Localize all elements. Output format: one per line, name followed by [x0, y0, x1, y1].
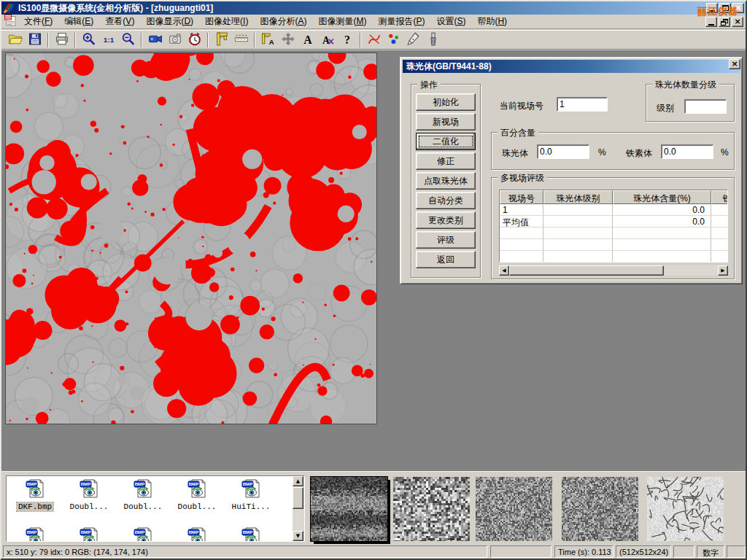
menu-item-view[interactable]: 查看(V): [99, 15, 140, 28]
camera-capture-icon: [167, 31, 183, 49]
new-field-button[interactable]: 新视场: [416, 113, 476, 131]
zoom-out-button[interactable]: [118, 31, 138, 49]
preview-thumbnail-5[interactable]: [647, 477, 724, 541]
v-scroll-thumb[interactable]: [293, 487, 303, 509]
auto-classify-button[interactable]: 自动分类: [416, 192, 476, 209]
document-icon[interactable]: DOC: [4, 15, 17, 28]
file-item[interactable]: BMPDoubl...: [170, 478, 224, 526]
table-h-scrollbar[interactable]: ◀ ▶: [499, 265, 728, 276]
svg-text:A: A: [268, 37, 274, 45]
change-class-button[interactable]: 更改类别: [416, 211, 476, 229]
menu-item-measure-report[interactable]: 测量报告(P): [372, 15, 430, 28]
text-label-button[interactable]: A: [298, 31, 317, 49]
dialog-close-button[interactable]: ×: [729, 59, 740, 69]
scroll-right-button[interactable]: ▶: [718, 265, 728, 276]
table-header-cell: 珠光体级别: [543, 190, 613, 204]
menu-item-image-display[interactable]: 图像显示(D): [140, 15, 199, 28]
return-button[interactable]: 返回: [416, 251, 476, 268]
grade-level-label: 级别: [657, 102, 674, 114]
svg-text:A: A: [322, 34, 329, 45]
video-camera-icon: [147, 31, 163, 49]
file-item[interactable]: BMPHuiTi...: [224, 478, 278, 526]
menu-item-image-analysis[interactable]: 图像分析(A): [254, 15, 312, 28]
brush-tool-button[interactable]: [423, 31, 443, 49]
caliper-button[interactable]: [212, 31, 231, 49]
dialog-title-bar[interactable]: 珠光体(GB/T9441-88): [403, 60, 740, 73]
table-row: [500, 228, 727, 239]
toolbar-separator: [254, 33, 255, 47]
file-item[interactable]: BMP: [62, 526, 116, 542]
actual-size-button[interactable]: 1:1: [98, 31, 118, 49]
font-style-button[interactable]: A: [317, 31, 337, 49]
menu-item-file[interactable]: 文件(F): [18, 15, 58, 28]
menu-item-help[interactable]: 帮助(H): [471, 15, 513, 28]
ferrite-pct-input[interactable]: [661, 144, 713, 159]
scroll-up-button[interactable]: ▲: [293, 476, 303, 486]
preview-thumbnail-2[interactable]: [393, 477, 470, 541]
text-label-icon: A: [300, 31, 316, 49]
save-button[interactable]: [25, 31, 44, 49]
dialog-close-icon: ×: [731, 61, 738, 68]
measure-caliper-button[interactable]: A: [258, 31, 278, 49]
menu-item-edit[interactable]: 编辑(E): [58, 15, 99, 28]
bmp-file-icon: BMP: [132, 478, 154, 502]
move-cross-icon: [280, 31, 296, 49]
metallograph-image[interactable]: [5, 52, 377, 424]
bmp-file-icon: BMP: [132, 526, 154, 542]
empty-panel-3: [727, 545, 746, 558]
zoom-in-button[interactable]: [79, 31, 98, 49]
grading-group-label: 珠光体数量分级: [652, 79, 719, 91]
grading-table[interactable]: 视场号珠光体级别珠光体含量(%)铁素体含量(%)10.0平均值0.0: [499, 190, 728, 262]
move-cross-button[interactable]: [278, 31, 298, 49]
scroll-down-button[interactable]: ▼: [293, 531, 303, 541]
preview-thumbnail-4[interactable]: [562, 477, 638, 541]
file-item[interactable]: BMP: [224, 526, 278, 542]
file-item[interactable]: BMP: [8, 526, 62, 542]
child-restore-button[interactable]: [719, 17, 730, 27]
scroll-left-button[interactable]: ◀: [499, 265, 509, 276]
timer-clock-button[interactable]: [185, 31, 204, 49]
curve-tool-button[interactable]: [364, 31, 384, 49]
menu-item-image-process[interactable]: 图像处理(I): [199, 15, 254, 28]
grade-button[interactable]: 评级: [416, 231, 476, 249]
phase-dots-button[interactable]: [384, 31, 403, 49]
file-name: HuiTi...: [231, 502, 272, 511]
file-item[interactable]: BMPDoubl...: [62, 478, 116, 526]
table-cell: 0.0: [613, 216, 711, 228]
file-item[interactable]: BMP: [116, 526, 170, 542]
preview-thumbnail-3[interactable]: [476, 477, 552, 541]
child-close-button[interactable]: ×: [732, 17, 743, 27]
file-item[interactable]: BMPDKF.bmp: [8, 478, 62, 526]
open-file-button[interactable]: [5, 31, 25, 49]
pearlite-pct-input[interactable]: [537, 144, 589, 159]
file-list-scrollbar[interactable]: ▲ ▼: [293, 476, 304, 541]
grade-level-input[interactable]: [684, 99, 727, 114]
camera-capture-button[interactable]: [165, 31, 185, 49]
file-item[interactable]: BMP: [170, 526, 224, 542]
preview-thumbnail-1[interactable]: [311, 477, 387, 541]
file-name: Doubl...: [177, 502, 218, 511]
current-field-input[interactable]: [557, 97, 608, 112]
pick-pearlite-button[interactable]: 点取珠光体: [416, 172, 476, 190]
menu-item-image-measure[interactable]: 图像测量(M): [312, 15, 372, 28]
print-button[interactable]: [52, 31, 71, 49]
app-icon: [4, 1, 15, 15]
child-close-icon: ×: [734, 18, 740, 26]
preview-thumbnail-image: [562, 477, 638, 541]
file-item[interactable]: BMPDoubl...: [116, 478, 170, 526]
window-title: IS100显微摄像系统(金相分析版) - [zhuguangti01]: [18, 2, 213, 15]
video-camera-button[interactable]: [145, 31, 165, 49]
child-minimize-button[interactable]: [705, 17, 717, 27]
initialize-button[interactable]: 初始化: [416, 93, 476, 111]
empty-panel-1: [490, 545, 551, 558]
file-list[interactable]: BMPDKF.bmpBMPDoubl...BMPDoubl...BMPDoubl…: [6, 475, 305, 542]
menu-item-settings[interactable]: 设置(S): [430, 15, 471, 28]
h-scroll-thumb[interactable]: [509, 265, 664, 276]
help-button[interactable]: ?: [337, 31, 357, 49]
ruler-button[interactable]: [231, 31, 251, 49]
binarize-button[interactable]: 二值化: [416, 133, 476, 150]
svg-text:BMP: BMP: [81, 481, 91, 486]
correct-button[interactable]: 修正: [416, 152, 476, 170]
pen-tool-button[interactable]: [403, 31, 423, 49]
percentage-group-label: 百分含量: [498, 127, 538, 139]
